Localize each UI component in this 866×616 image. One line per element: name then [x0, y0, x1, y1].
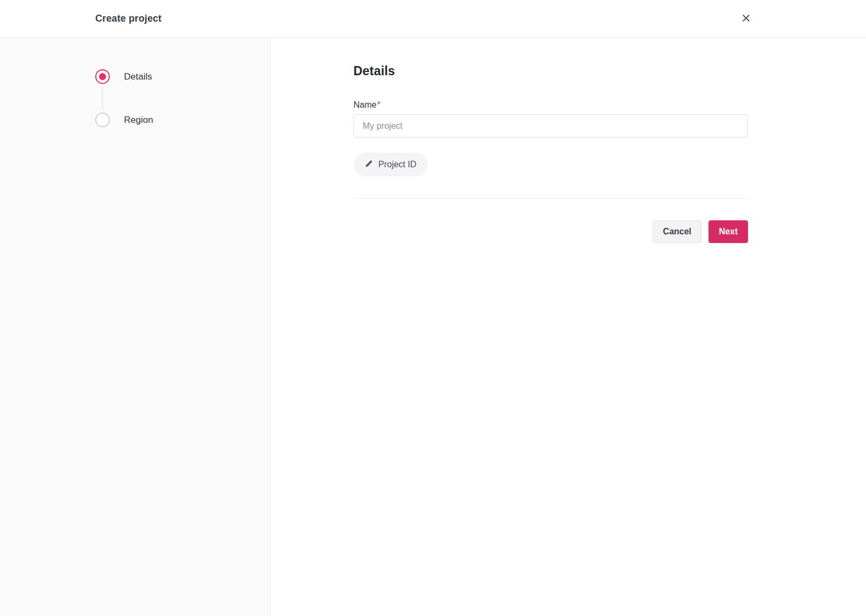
close-button[interactable]: [738, 11, 753, 27]
step-label: Region: [124, 115, 153, 126]
actions-row: Cancel Next: [353, 220, 748, 243]
step-inactive-radio-icon: [95, 113, 110, 127]
modal-header: Create project: [0, 0, 866, 38]
pencil-icon: [365, 160, 373, 170]
step-label: Details: [124, 71, 152, 82]
modal-title: Create project: [95, 13, 161, 24]
modal-body: Details Region Details Name*: [0, 38, 866, 616]
name-label-text: Name: [353, 100, 377, 109]
stepper-step-region[interactable]: Region: [95, 113, 270, 127]
stepper-sidebar: Details Region: [0, 38, 271, 616]
step-active-radio-icon: [95, 69, 110, 84]
stepper-step-details[interactable]: Details: [95, 69, 270, 84]
name-field-label: Name*: [353, 100, 748, 110]
project-id-button[interactable]: Project ID: [353, 153, 428, 176]
main-panel: Details Name* Project ID: [271, 38, 866, 616]
project-name-input[interactable]: [353, 114, 748, 137]
content-column: Details Name* Project ID: [353, 64, 748, 243]
step-connector-line: [102, 87, 103, 110]
close-icon: [741, 13, 751, 25]
required-asterisk: *: [377, 100, 380, 109]
cancel-button[interactable]: Cancel: [653, 220, 701, 243]
next-button[interactable]: Next: [708, 220, 748, 243]
section-title: Details: [353, 64, 748, 78]
name-field-group: Name*: [353, 100, 748, 137]
section-divider: [353, 198, 748, 199]
project-id-button-label: Project ID: [378, 160, 416, 169]
create-project-modal: Create project Details Region: [0, 0, 866, 616]
